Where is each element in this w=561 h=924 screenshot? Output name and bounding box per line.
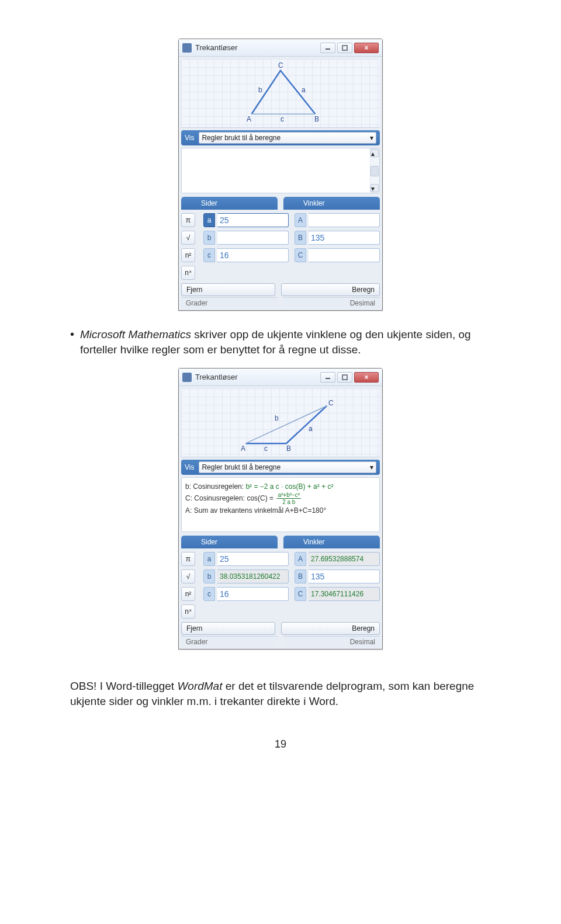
minimize-button[interactable]: [320, 43, 335, 53]
angle-a-output: 27.69532888574: [309, 552, 380, 566]
symbol-nx[interactable]: nˣ: [181, 605, 195, 619]
tab-sider[interactable]: Sider: [181, 197, 278, 210]
side-c-label: c: [203, 587, 215, 601]
clear-button[interactable]: Fjern: [181, 622, 275, 635]
symbol-sqrt[interactable]: √: [181, 231, 195, 245]
side-b-input[interactable]: [217, 231, 289, 245]
side-c: c: [264, 444, 268, 453]
maximize-button[interactable]: [337, 372, 352, 383]
side-b-label: b: [203, 231, 215, 245]
side-c: c: [280, 115, 284, 123]
side-c-input[interactable]: 16: [217, 587, 289, 601]
vis-label: Vis: [185, 134, 194, 142]
angle-b-label: B: [295, 231, 306, 245]
rules-panel: ▴ ▾: [181, 148, 380, 193]
angle-a-label: A: [295, 552, 306, 566]
vertex-b: B: [314, 115, 319, 123]
side-b-output: 38.0353181260422: [217, 569, 289, 583]
vis-dropdown[interactable]: Regler brukt til å beregne ▾: [199, 132, 376, 144]
tab-sider[interactable]: Sider: [181, 536, 278, 548]
bullet-text: Microsoft Mathematics skriver opp de ukj…: [80, 327, 491, 357]
status-degrees[interactable]: Grader: [181, 297, 278, 308]
angle-b-input[interactable]: 135: [309, 569, 380, 583]
scroll-down-icon[interactable]: ▾: [370, 184, 379, 192]
angle-c-input[interactable]: [309, 248, 380, 262]
vis-row: Vis Regler brukt til å beregne ▾: [181, 460, 380, 475]
app-icon: [182, 373, 192, 382]
window-titlebar: Trekantløser ×: [179, 39, 382, 57]
window-title: Trekantløser: [195, 373, 318, 381]
triangle-canvas: C A B c b a: [181, 59, 380, 128]
calculate-button[interactable]: Beregn: [281, 622, 380, 635]
vertex-a: A: [247, 115, 251, 123]
svg-line-5: [246, 406, 327, 443]
close-button[interactable]: ×: [354, 372, 379, 383]
maximize-button[interactable]: [337, 43, 352, 53]
tab-vinkler[interactable]: Vinkler: [283, 197, 380, 210]
side-c-input[interactable]: 16: [217, 248, 289, 262]
vis-selected: Regler brukt til å beregne: [202, 463, 280, 471]
side-a: a: [309, 425, 313, 433]
svg-rect-3: [325, 378, 330, 379]
note-text: OBS! I Word-tillegget WordMat er det et …: [70, 679, 491, 709]
vertex-c: C: [278, 61, 283, 70]
chevron-down-icon: ▾: [370, 134, 373, 142]
scroll-up-icon[interactable]: ▴: [370, 149, 379, 157]
bullet-item: • Microsoft Mathematics skriver opp de u…: [70, 327, 491, 357]
status-degrees[interactable]: Grader: [181, 636, 278, 647]
vis-row: Vis Regler brukt til å beregne ▾: [181, 130, 380, 145]
app-name-italic: Microsoft Mathematics: [80, 328, 191, 341]
screenshot-trekantloser-1: Trekantløser × C A B c b a Vis Regler br…: [178, 39, 383, 311]
triangle-canvas: C A B c b a: [181, 388, 380, 457]
side-b: b: [275, 414, 279, 422]
minimize-button[interactable]: [320, 372, 335, 383]
page-number: 19: [70, 738, 491, 751]
side-b: b: [258, 86, 262, 94]
svg-rect-4: [342, 375, 347, 380]
angle-c-label: C: [295, 248, 306, 262]
app-icon: [182, 43, 192, 53]
rules-panel: b: Cosinusregelen: b² = −2 a c · cos(B) …: [181, 477, 380, 532]
calculate-button[interactable]: Beregn: [281, 283, 380, 296]
side-a: a: [302, 86, 306, 94]
angle-c-label: C: [295, 587, 306, 601]
chevron-down-icon: ▾: [370, 463, 373, 471]
symbol-pi[interactable]: π: [181, 213, 195, 227]
rule-a: A: Sum av trekantens vinkelmål A+B+C=180…: [185, 506, 376, 515]
vis-dropdown[interactable]: Regler brukt til å beregne ▾: [199, 461, 376, 473]
side-b-label: b: [203, 569, 215, 583]
window-title: Trekantløser: [195, 43, 318, 52]
clear-button[interactable]: Fjern: [181, 283, 275, 296]
angle-b-input[interactable]: 135: [309, 231, 380, 245]
rule-b: b: Cosinusregelen: b² = −2 a c · cos(B) …: [185, 482, 376, 491]
wordmat-italic: WordMat: [177, 680, 222, 692]
status-decimal[interactable]: Desimal: [283, 297, 380, 308]
bullet-dot: •: [70, 327, 80, 357]
status-decimal[interactable]: Desimal: [283, 636, 380, 647]
vis-selected: Regler brukt til å beregne: [202, 134, 280, 142]
symbol-sqrt[interactable]: √: [181, 569, 195, 583]
angle-a-input[interactable]: [309, 213, 380, 227]
side-a-label: a: [203, 552, 215, 566]
tab-vinkler[interactable]: Vinkler: [283, 536, 380, 548]
svg-rect-0: [325, 48, 330, 50]
side-a-input[interactable]: 25: [217, 552, 289, 566]
close-button[interactable]: ×: [354, 43, 379, 53]
vertex-b: B: [286, 444, 291, 453]
symbol-n2[interactable]: n²: [181, 248, 195, 262]
angle-c-output: 17.30467111426: [309, 587, 380, 601]
vertex-a: A: [241, 444, 245, 453]
scrollbar-thumb[interactable]: [370, 166, 379, 176]
side-a-input[interactable]: 25: [217, 213, 289, 227]
vis-label: Vis: [185, 463, 194, 471]
side-a-label: a: [203, 213, 215, 227]
vertex-c: C: [328, 399, 334, 407]
symbol-pi[interactable]: π: [181, 552, 195, 566]
symbol-n2[interactable]: n²: [181, 587, 195, 601]
svg-rect-1: [342, 46, 347, 50]
side-c-label: c: [203, 248, 215, 262]
angle-b-label: B: [295, 569, 306, 583]
screenshot-trekantloser-2: Trekantløser × C A B c b a Vis Regler br…: [178, 368, 383, 649]
angle-a-label: A: [295, 213, 306, 227]
symbol-nx[interactable]: nˣ: [181, 266, 195, 280]
